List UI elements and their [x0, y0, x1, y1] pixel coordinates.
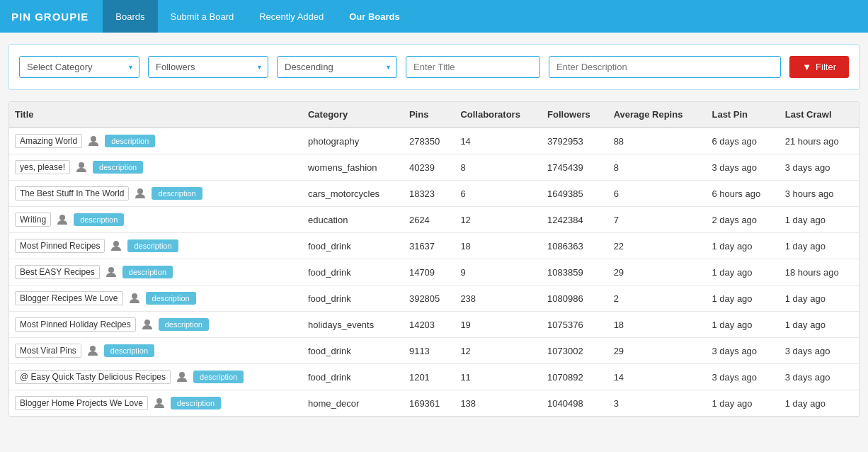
filter-icon: ▼: [802, 62, 811, 72]
cell-avg-repins: 8: [608, 154, 707, 181]
board-name-label[interactable]: Writing: [15, 213, 51, 227]
cell-avg-repins: 22: [608, 233, 707, 259]
user-icon: [133, 186, 147, 200]
user-icon: [109, 239, 123, 253]
table-row: The Best Stuff In The World description …: [9, 181, 859, 207]
cell-pins: 2624: [404, 207, 455, 233]
cell-last-crawl: 1 day ago: [780, 312, 859, 338]
cell-category: food_drink: [302, 338, 404, 364]
user-icon: [55, 213, 69, 227]
cell-pins: 31637: [404, 233, 455, 259]
category-select[interactable]: Select Category: [19, 56, 139, 78]
cell-title: Best EASY Recipes description: [9, 259, 302, 286]
board-name-label[interactable]: The Best Stuff In The World: [15, 186, 129, 200]
description-button[interactable]: description: [152, 187, 202, 200]
cell-collaborators: 8: [455, 154, 542, 181]
cell-avg-repins: 88: [608, 128, 707, 154]
col-last-pin: Last Pin: [706, 102, 779, 128]
cell-pins: 392805: [404, 286, 455, 312]
description-button[interactable]: description: [105, 135, 155, 147]
svg-point-9: [179, 372, 185, 378]
board-name-label[interactable]: Most Pinned Holiday Recipes: [15, 317, 136, 332]
table-row: Blogger Recipes We Love description food…: [9, 286, 859, 312]
brand-logo: PIN GROUPIE: [11, 11, 88, 23]
cell-collaborators: 11: [455, 364, 542, 390]
description-button[interactable]: description: [193, 371, 244, 383]
board-name-label[interactable]: Most Viral Pins: [15, 344, 81, 358]
description-button[interactable]: description: [159, 318, 209, 331]
description-input[interactable]: [549, 56, 781, 78]
boards-table-container: Title Category Pins Collaborators Follow…: [8, 101, 860, 417]
table-row: Blogger Home Projects We Love descriptio…: [9, 390, 859, 417]
cell-collaborators: 138: [455, 390, 542, 417]
cell-followers: 1040498: [542, 390, 608, 417]
description-button[interactable]: description: [127, 239, 178, 252]
description-button[interactable]: description: [122, 266, 173, 278]
cell-pins: 18323: [404, 181, 455, 207]
cell-pins: 14203: [404, 312, 455, 338]
followers-select[interactable]: Followers: [148, 56, 268, 78]
cell-title: @ Easy Quick Tasty Delicious Recipes des…: [9, 364, 302, 390]
filter-button[interactable]: ▼ Filter: [789, 56, 849, 78]
board-name-label[interactable]: Blogger Recipes We Love: [15, 291, 123, 305]
nav-link-submit-a-board[interactable]: Submit a Board: [158, 0, 247, 33]
board-name-label[interactable]: Best EASY Recipes: [15, 265, 100, 279]
cell-category: womens_fashion: [302, 154, 404, 181]
col-title: Title: [9, 102, 302, 128]
cell-last-pin: 3 days ago: [706, 338, 779, 364]
nav-link-our-boards[interactable]: Our Boards: [336, 0, 413, 33]
cell-collaborators: 18: [455, 233, 542, 259]
cell-followers: 1086363: [542, 233, 608, 259]
order-select[interactable]: Descending: [277, 56, 397, 78]
cell-pins: 40239: [404, 154, 455, 181]
description-button[interactable]: description: [171, 397, 221, 409]
cell-avg-repins: 14: [608, 364, 707, 390]
svg-point-4: [113, 241, 119, 247]
cell-collaborators: 14: [455, 128, 542, 154]
nav-link-boards[interactable]: Boards: [103, 0, 157, 33]
col-pins: Pins: [404, 102, 455, 128]
cell-category: food_drink: [302, 364, 404, 390]
user-icon: [74, 160, 88, 174]
cell-category: food_drink: [302, 259, 404, 286]
cell-followers: 1649385: [542, 181, 608, 207]
table-row: Most Viral Pins description food_drink91…: [9, 338, 859, 364]
followers-select-wrapper: Followers: [148, 56, 268, 78]
svg-point-1: [79, 162, 84, 168]
description-button[interactable]: description: [74, 213, 124, 226]
board-name-label[interactable]: yes, please!: [15, 160, 70, 174]
board-name-label[interactable]: Amazing World: [15, 134, 82, 148]
description-button[interactable]: description: [146, 292, 196, 305]
nav-link-recently-added[interactable]: Recently Added: [246, 0, 336, 33]
cell-avg-repins: 7: [608, 207, 707, 233]
svg-point-8: [90, 346, 96, 351]
cell-last-pin: 1 day ago: [706, 233, 779, 259]
description-button[interactable]: description: [93, 161, 143, 174]
board-name-label[interactable]: Blogger Home Projects We Love: [15, 396, 148, 410]
board-name-label[interactable]: Most Pinned Recipes: [15, 239, 105, 253]
description-button[interactable]: description: [104, 344, 154, 357]
user-icon: [127, 291, 142, 305]
cell-category: food_drink: [302, 233, 404, 259]
cell-avg-repins: 3: [608, 390, 707, 417]
cell-title: Most Pinned Holiday Recipes description: [9, 312, 302, 338]
title-input[interactable]: [406, 56, 540, 78]
cell-followers: 1083859: [542, 259, 608, 286]
cell-category: photography: [302, 128, 404, 154]
cell-last-pin: 2 days ago: [706, 207, 779, 233]
cell-avg-repins: 18: [608, 312, 707, 338]
cell-last-crawl: 3 days ago: [780, 154, 859, 181]
col-avg-repins: Average Repins: [608, 102, 707, 128]
col-category: Category: [302, 102, 404, 128]
cell-avg-repins: 6: [608, 181, 707, 207]
navbar: PIN GROUPIE BoardsSubmit a BoardRecently…: [0, 0, 868, 33]
table-row: yes, please! description womens_fashion4…: [9, 154, 859, 181]
cell-last-crawl: 1 day ago: [780, 233, 859, 259]
board-name-label[interactable]: @ Easy Quick Tasty Delicious Recipes: [15, 370, 171, 384]
table-row: Amazing World description photography278…: [9, 128, 859, 154]
user-icon: [86, 134, 101, 148]
cell-collaborators: 6: [455, 181, 542, 207]
cell-title: Amazing World description: [9, 128, 302, 154]
table-body: Amazing World description photography278…: [9, 128, 859, 417]
cell-collaborators: 12: [455, 338, 542, 364]
